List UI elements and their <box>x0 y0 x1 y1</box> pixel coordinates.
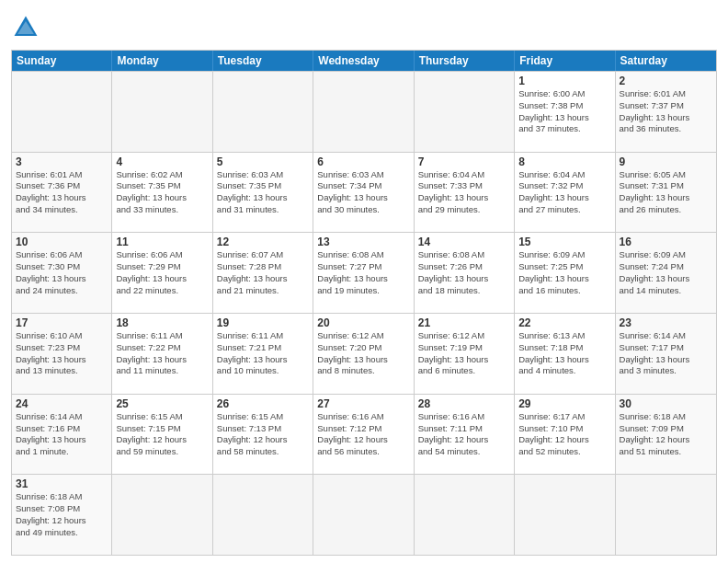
week-row-3: 17Sunrise: 6:10 AM Sunset: 7:23 PM Dayli… <box>12 313 716 394</box>
cal-cell-2-2: 12Sunrise: 6:07 AM Sunset: 7:28 PM Dayli… <box>213 233 313 313</box>
cal-cell-5-6 <box>616 475 716 555</box>
day-number: 11 <box>116 236 208 248</box>
day-number: 18 <box>116 316 208 329</box>
day-info: Sunrise: 6:14 AM Sunset: 7:17 PM Dayligh… <box>620 330 712 377</box>
day-number: 26 <box>217 397 309 410</box>
day-number: 3 <box>16 155 108 168</box>
day-number: 17 <box>16 316 108 329</box>
cal-cell-0-5: 1Sunrise: 6:00 AM Sunset: 7:38 PM Daylig… <box>515 72 615 152</box>
day-number: 19 <box>217 316 309 329</box>
cal-cell-5-3 <box>313 475 414 555</box>
cal-cell-2-3: 13Sunrise: 6:08 AM Sunset: 7:27 PM Dayli… <box>313 233 414 313</box>
day-info: Sunrise: 6:01 AM Sunset: 7:36 PM Dayligh… <box>16 169 108 216</box>
day-number: 24 <box>16 397 108 410</box>
week-row-4: 24Sunrise: 6:14 AM Sunset: 7:16 PM Dayli… <box>12 394 716 475</box>
day-info: Sunrise: 6:03 AM Sunset: 7:35 PM Dayligh… <box>217 169 309 216</box>
day-number: 23 <box>620 316 712 329</box>
cal-cell-5-5 <box>515 475 615 555</box>
cal-cell-5-4 <box>415 475 515 555</box>
day-info: Sunrise: 6:16 AM Sunset: 7:11 PM Dayligh… <box>418 411 510 458</box>
day-info: Sunrise: 6:06 AM Sunset: 7:30 PM Dayligh… <box>16 249 108 296</box>
day-number: 14 <box>418 236 510 248</box>
cal-cell-4-5: 29Sunrise: 6:17 AM Sunset: 7:10 PM Dayli… <box>515 395 615 475</box>
day-info: Sunrise: 6:11 AM Sunset: 7:21 PM Dayligh… <box>217 330 309 377</box>
day-info: Sunrise: 6:16 AM Sunset: 7:12 PM Dayligh… <box>317 411 409 458</box>
day-number: 8 <box>518 155 610 168</box>
day-info: Sunrise: 6:17 AM Sunset: 7:10 PM Dayligh… <box>518 411 610 458</box>
cal-cell-3-3: 20Sunrise: 6:12 AM Sunset: 7:20 PM Dayli… <box>313 314 414 394</box>
cal-cell-5-1 <box>112 475 212 555</box>
day-info: Sunrise: 6:06 AM Sunset: 7:29 PM Dayligh… <box>116 249 208 296</box>
day-header-saturday: Saturday <box>616 51 716 71</box>
cal-cell-4-2: 26Sunrise: 6:15 AM Sunset: 7:13 PM Dayli… <box>213 395 313 475</box>
cal-cell-3-0: 17Sunrise: 6:10 AM Sunset: 7:23 PM Dayli… <box>12 314 112 394</box>
day-info: Sunrise: 6:03 AM Sunset: 7:34 PM Dayligh… <box>317 169 409 216</box>
day-info: Sunrise: 6:14 AM Sunset: 7:16 PM Dayligh… <box>16 411 108 458</box>
day-number: 5 <box>217 155 309 168</box>
day-number: 13 <box>317 236 409 248</box>
day-info: Sunrise: 6:04 AM Sunset: 7:32 PM Dayligh… <box>518 169 610 216</box>
day-number: 22 <box>518 316 610 329</box>
cal-cell-0-1 <box>112 72 212 152</box>
day-info: Sunrise: 6:12 AM Sunset: 7:19 PM Dayligh… <box>418 330 510 377</box>
day-number: 28 <box>418 397 510 410</box>
day-header-monday: Monday <box>112 51 212 71</box>
day-number: 15 <box>518 236 610 248</box>
cal-cell-1-1: 4Sunrise: 6:02 AM Sunset: 7:35 PM Daylig… <box>112 153 212 233</box>
day-header-sunday: Sunday <box>12 51 112 71</box>
day-info: Sunrise: 6:07 AM Sunset: 7:28 PM Dayligh… <box>217 249 309 296</box>
day-info: Sunrise: 6:11 AM Sunset: 7:22 PM Dayligh… <box>116 330 208 377</box>
week-row-1: 3Sunrise: 6:01 AM Sunset: 7:36 PM Daylig… <box>12 152 716 233</box>
day-number: 9 <box>620 155 712 168</box>
day-info: Sunrise: 6:02 AM Sunset: 7:35 PM Dayligh… <box>116 169 208 216</box>
cal-cell-3-6: 23Sunrise: 6:14 AM Sunset: 7:17 PM Dayli… <box>616 314 716 394</box>
day-info: Sunrise: 6:18 AM Sunset: 7:09 PM Dayligh… <box>620 411 712 458</box>
cal-cell-0-0 <box>12 72 112 152</box>
day-number: 4 <box>116 155 208 168</box>
day-header-tuesday: Tuesday <box>213 51 313 71</box>
day-number: 20 <box>317 316 409 329</box>
day-number: 27 <box>317 397 409 410</box>
cal-cell-1-5: 8Sunrise: 6:04 AM Sunset: 7:32 PM Daylig… <box>515 153 615 233</box>
day-number: 6 <box>317 155 409 168</box>
day-number: 1 <box>518 75 610 87</box>
day-number: 7 <box>418 155 510 168</box>
cal-cell-4-4: 28Sunrise: 6:16 AM Sunset: 7:11 PM Dayli… <box>415 395 515 475</box>
cal-cell-5-2 <box>213 475 313 555</box>
cal-cell-3-5: 22Sunrise: 6:13 AM Sunset: 7:18 PM Dayli… <box>515 314 615 394</box>
calendar-header-row: SundayMondayTuesdayWednesdayThursdayFrid… <box>12 51 716 71</box>
day-info: Sunrise: 6:04 AM Sunset: 7:33 PM Dayligh… <box>418 169 510 216</box>
cal-cell-1-0: 3Sunrise: 6:01 AM Sunset: 7:36 PM Daylig… <box>12 153 112 233</box>
day-number: 25 <box>116 397 208 410</box>
week-row-0: 1Sunrise: 6:00 AM Sunset: 7:38 PM Daylig… <box>12 71 716 152</box>
day-info: Sunrise: 6:12 AM Sunset: 7:20 PM Dayligh… <box>317 330 409 377</box>
cal-cell-0-2 <box>213 72 313 152</box>
day-info: Sunrise: 6:15 AM Sunset: 7:13 PM Dayligh… <box>217 411 309 458</box>
cal-cell-0-3 <box>313 72 414 152</box>
day-info: Sunrise: 6:13 AM Sunset: 7:18 PM Dayligh… <box>518 330 610 377</box>
day-number: 21 <box>418 316 510 329</box>
cal-cell-4-3: 27Sunrise: 6:16 AM Sunset: 7:12 PM Dayli… <box>313 395 414 475</box>
day-number: 29 <box>518 397 610 410</box>
cal-cell-0-4 <box>415 72 515 152</box>
day-info: Sunrise: 6:01 AM Sunset: 7:37 PM Dayligh… <box>620 88 712 135</box>
logo-icon <box>11 13 40 42</box>
cal-cell-2-6: 16Sunrise: 6:09 AM Sunset: 7:24 PM Dayli… <box>616 233 716 313</box>
day-info: Sunrise: 6:09 AM Sunset: 7:25 PM Dayligh… <box>518 249 610 296</box>
week-row-5: 31Sunrise: 6:18 AM Sunset: 7:08 PM Dayli… <box>12 474 716 555</box>
cal-cell-5-0: 31Sunrise: 6:18 AM Sunset: 7:08 PM Dayli… <box>12 475 112 555</box>
header <box>11 9 717 42</box>
day-number: 31 <box>16 477 108 490</box>
cal-cell-3-4: 21Sunrise: 6:12 AM Sunset: 7:19 PM Dayli… <box>415 314 515 394</box>
day-info: Sunrise: 6:08 AM Sunset: 7:26 PM Dayligh… <box>418 249 510 296</box>
cal-cell-0-6: 2Sunrise: 6:01 AM Sunset: 7:37 PM Daylig… <box>616 72 716 152</box>
cal-cell-1-3: 6Sunrise: 6:03 AM Sunset: 7:34 PM Daylig… <box>313 153 414 233</box>
day-header-wednesday: Wednesday <box>313 51 414 71</box>
cal-cell-4-0: 24Sunrise: 6:14 AM Sunset: 7:16 PM Dayli… <box>12 395 112 475</box>
day-number: 16 <box>620 236 712 248</box>
cal-cell-2-5: 15Sunrise: 6:09 AM Sunset: 7:25 PM Dayli… <box>515 233 615 313</box>
cal-cell-2-4: 14Sunrise: 6:08 AM Sunset: 7:26 PM Dayli… <box>415 233 515 313</box>
day-info: Sunrise: 6:08 AM Sunset: 7:27 PM Dayligh… <box>317 249 409 296</box>
logo <box>11 13 44 42</box>
cal-cell-2-0: 10Sunrise: 6:06 AM Sunset: 7:30 PM Dayli… <box>12 233 112 313</box>
